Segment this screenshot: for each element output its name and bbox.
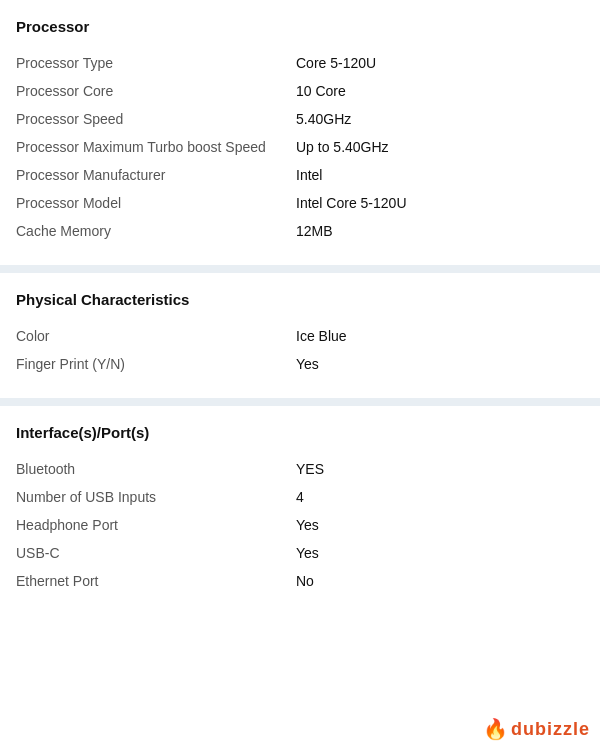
spec-label: Finger Print (Y/N) — [16, 356, 296, 372]
spec-label: Ethernet Port — [16, 573, 296, 589]
spec-value: Up to 5.40GHz — [296, 139, 584, 155]
spec-label: Color — [16, 328, 296, 344]
table-row: BluetoothYES — [16, 455, 584, 483]
watermark-text: dubizzle — [511, 719, 590, 740]
section-divider — [0, 398, 600, 406]
watermark: 🔥 dubizzle — [483, 717, 590, 741]
spec-label: Headphone Port — [16, 517, 296, 533]
table-row: Processor Maximum Turbo boost SpeedUp to… — [16, 133, 584, 161]
table-row: USB-CYes — [16, 539, 584, 567]
section-title-interfaces: Interface(s)/Port(s) — [16, 424, 584, 441]
spec-value: YES — [296, 461, 584, 477]
table-row: Processor ModelIntel Core 5-120U — [16, 189, 584, 217]
table-row: Processor Core10 Core — [16, 77, 584, 105]
section-title-physical: Physical Characteristics — [16, 291, 584, 308]
spec-value: Intel Core 5-120U — [296, 195, 584, 211]
spec-value: Yes — [296, 517, 584, 533]
spec-label: Bluetooth — [16, 461, 296, 477]
spec-value: 4 — [296, 489, 584, 505]
spec-value: Core 5-120U — [296, 55, 584, 71]
section-interfaces: Interface(s)/Port(s)BluetoothYESNumber o… — [0, 406, 600, 615]
spec-label: Processor Core — [16, 83, 296, 99]
spec-value: 12MB — [296, 223, 584, 239]
spec-value: Yes — [296, 356, 584, 372]
spec-value: No — [296, 573, 584, 589]
spec-value: Ice Blue — [296, 328, 584, 344]
spec-label: Processor Type — [16, 55, 296, 71]
spec-label: Processor Model — [16, 195, 296, 211]
spec-value: Intel — [296, 167, 584, 183]
table-row: Headphone PortYes — [16, 511, 584, 539]
table-row: Cache Memory12MB — [16, 217, 584, 245]
spec-label: Number of USB Inputs — [16, 489, 296, 505]
table-row: Processor Speed5.40GHz — [16, 105, 584, 133]
section-processor: ProcessorProcessor TypeCore 5-120UProces… — [0, 0, 600, 265]
table-row: Processor TypeCore 5-120U — [16, 49, 584, 77]
table-row: Ethernet PortNo — [16, 567, 584, 595]
table-row: ColorIce Blue — [16, 322, 584, 350]
section-title-processor: Processor — [16, 18, 584, 35]
spec-label: Processor Manufacturer — [16, 167, 296, 183]
table-row: Finger Print (Y/N)Yes — [16, 350, 584, 378]
section-divider — [0, 265, 600, 273]
section-physical: Physical CharacteristicsColorIce BlueFin… — [0, 273, 600, 398]
watermark-flame-icon: 🔥 — [483, 717, 509, 741]
spec-value: Yes — [296, 545, 584, 561]
spec-value: 10 Core — [296, 83, 584, 99]
spec-label: Processor Speed — [16, 111, 296, 127]
table-row: Number of USB Inputs4 — [16, 483, 584, 511]
spec-label: Cache Memory — [16, 223, 296, 239]
spec-label: Processor Maximum Turbo boost Speed — [16, 139, 296, 155]
spec-label: USB-C — [16, 545, 296, 561]
spec-value: 5.40GHz — [296, 111, 584, 127]
table-row: Processor ManufacturerIntel — [16, 161, 584, 189]
